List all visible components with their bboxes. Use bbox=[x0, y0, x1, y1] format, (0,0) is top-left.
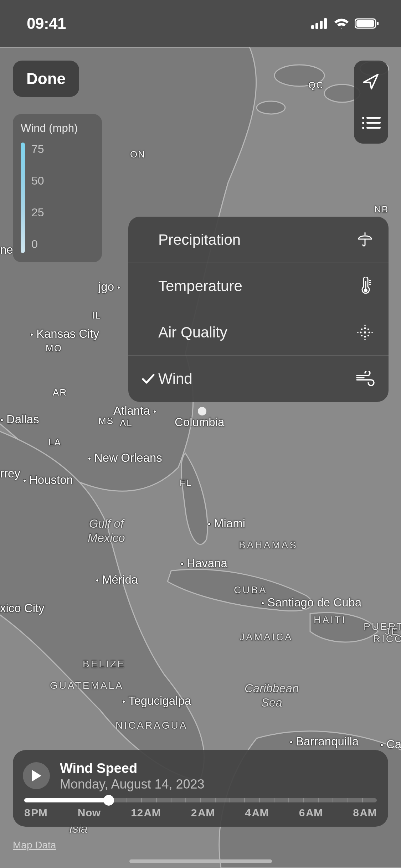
svg-rect-15 bbox=[366, 122, 381, 124]
time-label: 4AM bbox=[245, 807, 269, 819]
map-label-qc: QC bbox=[308, 80, 324, 91]
legend-gradient bbox=[21, 143, 25, 253]
svg-rect-17 bbox=[366, 127, 381, 129]
particles-icon bbox=[355, 324, 375, 341]
svg-rect-1 bbox=[315, 23, 318, 29]
svg-point-14 bbox=[362, 122, 364, 124]
map-data-link[interactable]: Map Data bbox=[13, 839, 56, 851]
map-label-ar: AR bbox=[53, 387, 67, 398]
svg-point-35 bbox=[357, 332, 359, 333]
svg-point-32 bbox=[367, 335, 369, 336]
legend-title: Wind (mph) bbox=[21, 122, 94, 135]
map-label-caribbean: CaribbeanSea bbox=[245, 681, 299, 709]
svg-rect-5 bbox=[356, 20, 374, 27]
map-label-merida: Mérida bbox=[96, 573, 138, 587]
legend-tick: 25 bbox=[31, 206, 44, 219]
time-label-now: Now bbox=[78, 807, 101, 819]
home-indicator bbox=[129, 859, 272, 863]
map-label-kansas-city: Kansas City bbox=[30, 327, 99, 341]
map-label-guatemala: GUATEMALA bbox=[50, 680, 124, 691]
svg-point-12 bbox=[362, 117, 364, 119]
location-arrow-icon bbox=[362, 72, 380, 90]
svg-point-34 bbox=[364, 339, 366, 340]
svg-rect-6 bbox=[377, 22, 379, 25]
layer-item-temperature[interactable]: Temperature bbox=[128, 263, 389, 309]
map-label-houston: Houston bbox=[23, 473, 73, 487]
layer-label: Wind bbox=[158, 370, 355, 387]
map-label-new-orleans: New Orleans bbox=[88, 451, 162, 465]
play-button[interactable] bbox=[23, 762, 50, 789]
map-label-rrey: rrey bbox=[0, 467, 20, 480]
svg-point-11 bbox=[257, 101, 285, 114]
map-label-nb: NB bbox=[374, 204, 389, 215]
time-label: 2AM bbox=[191, 807, 215, 819]
wifi-icon bbox=[333, 18, 350, 29]
map-label-atlanta: Atlanta bbox=[113, 404, 156, 418]
list-button[interactable] bbox=[354, 102, 388, 144]
cellular-icon bbox=[311, 18, 328, 29]
map-label-santiago: Santiago de Cuba bbox=[261, 596, 361, 609]
checkmark-icon bbox=[142, 373, 155, 384]
map-label-dallas: Dallas bbox=[0, 413, 39, 426]
legend-card: Wind (mph) 75 50 25 0 bbox=[13, 114, 102, 262]
map-label-ms: MS bbox=[98, 415, 114, 427]
thermometer-icon bbox=[355, 277, 375, 295]
timeline-title: Wind Speed bbox=[60, 760, 205, 777]
map-label-fl: FL bbox=[180, 477, 192, 489]
layer-menu: Precipitation Temperature Air Quality Wi… bbox=[128, 217, 389, 402]
map-controls bbox=[354, 61, 388, 144]
map-label-haiti: HAITI bbox=[314, 614, 346, 626]
map-label-xico: xico City bbox=[0, 601, 45, 615]
map-label-gulf: Gulf ofMexico bbox=[88, 517, 125, 545]
map-label-columbia: Columbia bbox=[175, 415, 224, 429]
svg-rect-0 bbox=[311, 25, 314, 29]
svg-rect-13 bbox=[366, 117, 381, 119]
map-label-bahamas: BAHAMAS bbox=[239, 539, 298, 551]
map-label-ne: ne bbox=[0, 243, 13, 257]
time-label: 12AM bbox=[131, 807, 161, 819]
map-label-barranquilla: Barranquilla bbox=[289, 735, 359, 748]
layer-check-selected bbox=[138, 373, 158, 384]
timeline-card: Wind Speed Monday, August 14, 2023 8PM N… bbox=[13, 750, 388, 827]
svg-rect-3 bbox=[324, 18, 327, 29]
done-button[interactable]: Done bbox=[13, 61, 79, 97]
map-label-jamaica: JAMAICA bbox=[240, 631, 293, 643]
svg-point-28 bbox=[369, 331, 370, 333]
timeline-labels: 8PM Now 12AM 2AM 4AM 6AM 8AM bbox=[23, 807, 378, 819]
battery-icon bbox=[355, 18, 380, 29]
map-label-nicaragua: NICARAGUA bbox=[115, 720, 187, 731]
map-label-miami: Miami bbox=[207, 517, 245, 530]
list-icon bbox=[361, 116, 381, 130]
layer-item-precipitation[interactable]: Precipitation bbox=[128, 217, 389, 263]
map-label-tegu: Tegucigalpa bbox=[122, 694, 191, 708]
timeline-subtitle: Monday, August 14, 2023 bbox=[60, 777, 205, 792]
map-label-al: AL bbox=[120, 418, 133, 429]
map-label-cuba: CUBA bbox=[234, 584, 267, 596]
locate-button[interactable] bbox=[354, 61, 388, 102]
timeline-track[interactable] bbox=[24, 798, 377, 802]
map-label-jgo: jgo bbox=[98, 280, 120, 294]
layer-label: Temperature bbox=[158, 278, 355, 295]
legend-tick: 0 bbox=[31, 238, 44, 251]
svg-point-27 bbox=[360, 331, 362, 333]
svg-point-26 bbox=[364, 336, 366, 337]
svg-point-36 bbox=[371, 332, 373, 333]
time-label: 8AM bbox=[353, 807, 377, 819]
status-icons bbox=[311, 18, 380, 29]
status-time: 09:41 bbox=[27, 15, 66, 32]
timeline-thumb[interactable] bbox=[103, 795, 114, 806]
layer-label: Precipitation bbox=[158, 231, 355, 248]
time-label: 8PM bbox=[24, 807, 47, 819]
map-label-havana: Havana bbox=[180, 557, 227, 570]
svg-point-24 bbox=[364, 331, 366, 334]
layer-item-air-quality[interactable]: Air Quality bbox=[128, 309, 389, 356]
map-label-la: LA bbox=[48, 437, 61, 448]
svg-point-29 bbox=[361, 328, 363, 330]
legend-tick: 75 bbox=[31, 143, 44, 156]
svg-point-19 bbox=[364, 289, 367, 292]
svg-point-30 bbox=[367, 328, 369, 330]
layer-item-wind[interactable]: Wind bbox=[128, 356, 389, 402]
legend-tick: 50 bbox=[31, 174, 44, 187]
play-icon bbox=[31, 769, 42, 782]
umbrella-icon bbox=[355, 231, 375, 248]
